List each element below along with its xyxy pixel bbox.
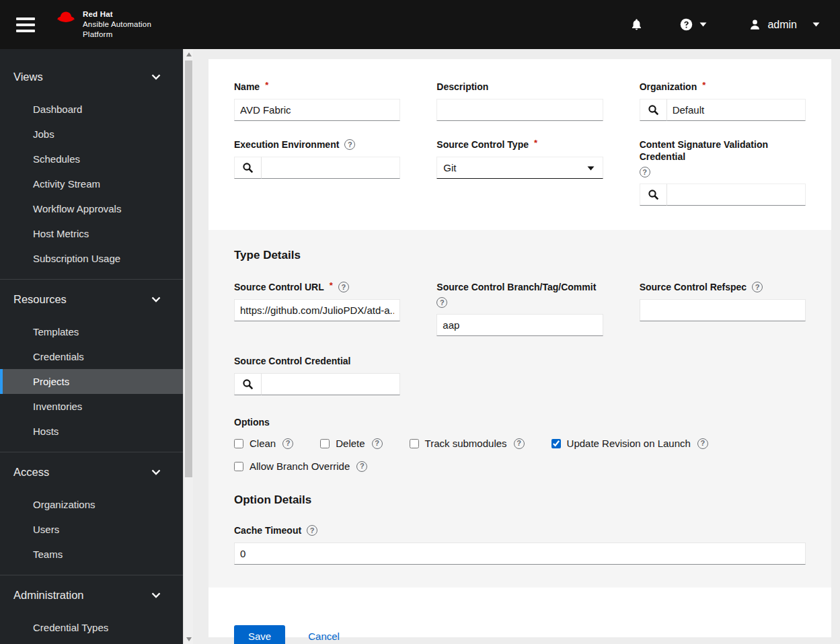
description-label: Description: [436, 81, 488, 93]
sidebar-scrollbar[interactable]: [183, 49, 193, 644]
help-icon[interactable]: ?: [752, 282, 763, 292]
update-revision-on-launch-checkbox[interactable]: [551, 439, 561, 448]
nav-group-label: Access: [13, 466, 49, 479]
clean-checkbox[interactable]: [234, 439, 243, 448]
nav-group-resources: Resources Templates Credentials Projects…: [0, 280, 183, 452]
scrollbar-thumb[interactable]: [185, 61, 192, 477]
source-control-branch-input[interactable]: [436, 314, 603, 336]
main-content: Name * Description: [193, 49, 840, 644]
user-menu-button[interactable]: admin: [744, 14, 824, 35]
source-control-type-field: Source Control Type * Git: [436, 138, 603, 206]
sidebar-item-inventories[interactable]: Inventories: [0, 394, 183, 419]
project-form-card: Name * Description: [208, 59, 831, 637]
allow-branch-override-checkbox[interactable]: [234, 462, 243, 471]
nav-group-label: Views: [13, 71, 43, 83]
name-input[interactable]: [234, 99, 400, 121]
organization-field: Organization *: [640, 81, 806, 121]
help-icon[interactable]: ?: [307, 525, 317, 536]
cancel-button[interactable]: Cancel: [308, 625, 340, 644]
source-control-url-field: Source Control URL * ?: [234, 281, 400, 336]
source-control-credential-search-button[interactable]: [234, 373, 262, 395]
search-icon: [242, 162, 254, 173]
brand-link[interactable]: Red Hat Ansible Automation Platform: [55, 9, 151, 39]
nav-group-toggle-views[interactable]: Views: [0, 64, 183, 93]
form-top-section: Name * Description: [208, 59, 831, 230]
content-signature-validation-credential-label: Content Signature Validation Credential: [640, 138, 806, 163]
help-icon[interactable]: ?: [282, 438, 293, 449]
help-icon[interactable]: ?: [356, 461, 367, 472]
sidebar-item-templates[interactable]: Templates: [0, 319, 183, 344]
cache-timeout-input[interactable]: [234, 542, 806, 565]
options-row-2: Allow Branch Override ?: [234, 460, 806, 472]
sidebar-item-host-metrics[interactable]: Host Metrics: [0, 221, 183, 246]
help-icon[interactable]: ?: [372, 438, 383, 449]
nav-group-label: Resources: [13, 293, 67, 306]
sidebar-item-activity-stream[interactable]: Activity Stream: [0, 171, 183, 196]
nav-group-toggle-resources[interactable]: Resources: [0, 286, 183, 315]
user-icon: [749, 18, 761, 31]
required-asterisk: *: [702, 79, 705, 91]
brand-line-1: Red Hat: [83, 10, 113, 18]
source-control-type-select[interactable]: Git: [436, 157, 603, 179]
help-icon[interactable]: ?: [338, 282, 349, 292]
options-label: Options: [234, 417, 806, 428]
execution-environment-input[interactable]: [262, 157, 400, 179]
notifications-button[interactable]: [626, 13, 647, 36]
help-icon[interactable]: ?: [344, 139, 355, 150]
sidebar-item-projects[interactable]: Projects: [0, 369, 183, 394]
track-submodules-checkbox[interactable]: [410, 439, 419, 448]
source-control-credential-field: Source Control Credential: [234, 355, 400, 395]
nav-group-administration: Administration Credential Types: [0, 575, 183, 644]
form-action-group: Save Cancel: [208, 588, 831, 644]
sidebar-item-dashboard[interactable]: Dashboard: [0, 97, 183, 122]
search-icon: [648, 104, 659, 116]
search-icon: [648, 189, 659, 200]
sidebar-item-jobs[interactable]: Jobs: [0, 122, 183, 147]
allow-branch-override-checkbox-label: Allow Branch Override: [250, 460, 350, 472]
help-menu-button[interactable]: [675, 13, 711, 36]
source-control-refspec-label: Source Control Refspec: [640, 281, 747, 293]
content-signature-credential-search-button[interactable]: [640, 184, 667, 206]
hamburger-icon: [16, 30, 35, 32]
caret-down-icon: [587, 166, 595, 171]
update-revision-on-launch-checkbox-option: Update Revision on Launch ?: [551, 438, 708, 449]
cache-timeout-label: Cache Timeout: [234, 524, 301, 536]
sidebar-item-users[interactable]: Users: [0, 517, 183, 542]
help-icon[interactable]: ?: [640, 167, 650, 177]
sidebar-item-credentials[interactable]: Credentials: [0, 344, 183, 369]
user-name-label: admin: [767, 19, 797, 31]
execution-environment-search-button[interactable]: [234, 157, 262, 179]
description-field: Description: [436, 81, 603, 121]
source-control-refspec-field: Source Control Refspec ?: [640, 281, 806, 336]
sidebar-item-teams[interactable]: Teams: [0, 542, 183, 567]
source-control-url-input[interactable]: [234, 299, 400, 321]
nav-toggle-button[interactable]: [16, 17, 35, 32]
nav-group-toggle-administration[interactable]: Administration: [0, 582, 183, 611]
bell-icon: [630, 17, 643, 32]
sidebar-item-schedules[interactable]: Schedules: [0, 147, 183, 171]
save-button[interactable]: Save: [234, 625, 285, 644]
cache-timeout-field: Cache Timeout ?: [234, 524, 806, 565]
sidebar-item-credential-types[interactable]: Credential Types: [0, 615, 183, 640]
scroll-down-arrow-icon[interactable]: [184, 634, 193, 644]
content-signature-credential-input[interactable]: [667, 184, 806, 206]
nav-group-toggle-access[interactable]: Access: [0, 459, 183, 488]
sidebar-item-subscription-usage[interactable]: Subscription Usage: [0, 246, 183, 271]
help-icon[interactable]: ?: [697, 438, 708, 449]
source-control-refspec-input[interactable]: [640, 299, 806, 321]
masthead-toolbar: admin: [626, 13, 824, 36]
source-control-credential-input[interactable]: [262, 373, 400, 395]
masthead: Red Hat Ansible Automation Platform: [0, 0, 840, 49]
organization-input[interactable]: [667, 99, 806, 121]
help-icon[interactable]: ?: [514, 438, 525, 449]
description-input[interactable]: [436, 99, 603, 121]
help-icon[interactable]: ?: [436, 297, 447, 308]
clean-checkbox-option: Clean ?: [234, 438, 293, 449]
sidebar-item-organizations[interactable]: Organizations: [0, 492, 183, 517]
scroll-up-arrow-icon[interactable]: [184, 49, 193, 59]
delete-checkbox[interactable]: [320, 439, 330, 448]
sidebar-item-hosts[interactable]: Hosts: [0, 419, 183, 444]
sidebar-item-workflow-approvals[interactable]: Workflow Approvals: [0, 196, 183, 221]
execution-environment-label: Execution Environment: [234, 138, 339, 151]
organization-search-button[interactable]: [640, 99, 667, 121]
